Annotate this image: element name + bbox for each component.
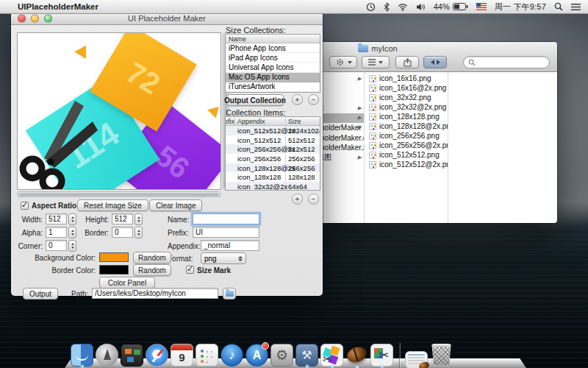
- dock-icon-bean-app[interactable]: [345, 344, 368, 367]
- minimize-button[interactable]: [31, 15, 39, 23]
- file-row[interactable]: icon_32x32.png: [365, 93, 448, 102]
- file-row[interactable]: icon_512x512.png: [365, 150, 448, 160]
- format-popup[interactable]: png: [201, 252, 246, 264]
- dock-icon-finder[interactable]: [71, 344, 93, 367]
- size-collection-row[interactable]: Universal App Icons: [226, 63, 320, 72]
- aspect-ratio-label: Aspect Ratio: [32, 202, 76, 210]
- alpha-stepper[interactable]: [68, 227, 76, 238]
- dock-icon-ui-placeholder-maker[interactable]: [320, 344, 343, 367]
- battery-menu-item[interactable]: 44%: [434, 2, 468, 11]
- arrange-button[interactable]: [362, 56, 390, 68]
- zoom-button[interactable]: [44, 15, 52, 23]
- corner-stepper[interactable]: [68, 240, 76, 252]
- prefix-field[interactable]: [193, 227, 259, 238]
- clear-image-button[interactable]: Clear Image: [149, 199, 202, 211]
- height-stepper[interactable]: [135, 213, 143, 225]
- table-row[interactable]: icon_128x128 128x128: [226, 172, 320, 182]
- notification-center-icon[interactable]: [571, 3, 581, 11]
- spotlight-icon[interactable]: [554, 2, 563, 11]
- add-collection-button[interactable]: +: [292, 94, 303, 105]
- dock-icon-reminders[interactable]: [196, 344, 218, 367]
- size-column-header[interactable]: Size: [286, 118, 320, 125]
- border-color-label: Border Color:: [18, 266, 96, 275]
- table-header[interactable]: Prefix Appendix Size: [226, 117, 320, 126]
- dock-icon-glyph: [395, 342, 403, 367]
- dock-icon-minimized-window[interactable]: [405, 351, 428, 368]
- app-titlebar[interactable]: UI Placeholder Maker: [11, 13, 323, 25]
- border-random-button[interactable]: Random: [133, 264, 171, 276]
- file-row[interactable]: icon_256x256.png: [365, 131, 448, 141]
- active-app-menu[interactable]: UIPlaceholderMaker: [18, 2, 98, 11]
- dock-icon-image-app[interactable]: [370, 344, 393, 367]
- wifi-icon[interactable]: [398, 3, 408, 11]
- width-field[interactable]: [46, 213, 67, 224]
- file-row[interactable]: icon_16x16@2x.png: [365, 83, 448, 93]
- size-collection-row[interactable]: Mac OS App Icons: [226, 73, 320, 82]
- size-collection-row[interactable]: iPhone App Icons: [226, 43, 320, 53]
- dock-divider[interactable]: [395, 342, 403, 367]
- file-row[interactable]: icon_32x32@2x.png: [365, 102, 448, 112]
- table-row[interactable]: icon_256x256@2x 512x512: [226, 144, 320, 154]
- size-collection-row[interactable]: iTunesArtwork: [226, 82, 320, 92]
- file-row[interactable]: icon_128x128.png: [365, 112, 448, 121]
- output-button[interactable]: Output: [23, 288, 58, 300]
- dock-icon-app-store[interactable]: [245, 344, 268, 367]
- name-field[interactable]: [193, 213, 259, 224]
- border-stepper[interactable]: [135, 227, 143, 238]
- alpha-field[interactable]: [46, 227, 67, 238]
- background-random-button[interactable]: Random: [133, 252, 171, 263]
- file-row[interactable]: icon_512x512@2x.png: [365, 160, 448, 169]
- height-field[interactable]: [112, 213, 133, 224]
- collapse-arrows-button[interactable]: [423, 56, 447, 68]
- search-input[interactable]: [478, 58, 542, 66]
- dock-icon-trash[interactable]: [430, 344, 453, 367]
- appendix-field[interactable]: [201, 240, 259, 251]
- output-collection-button[interactable]: Output Collection: [226, 94, 284, 106]
- file-row[interactable]: icon_128x128@2x.png: [365, 121, 448, 131]
- name-column-header[interactable]: Name: [226, 35, 320, 43]
- corner-field[interactable]: [46, 240, 67, 251]
- border-color-swatch[interactable]: [99, 265, 129, 275]
- border-field[interactable]: [112, 227, 133, 238]
- dock-icon-launchpad[interactable]: [96, 344, 118, 367]
- menu-clock[interactable]: 周一 下午9:57: [495, 1, 546, 13]
- dock-icon-safari[interactable]: [146, 344, 168, 367]
- input-language-flag-icon[interactable]: [476, 3, 487, 10]
- choose-folder-button[interactable]: [223, 288, 236, 300]
- file-row[interactable]: icon_16x16.png: [365, 74, 448, 83]
- table-row[interactable]: icon_512x512 512x512: [226, 135, 320, 145]
- table-row[interactable]: icon_32x32@2x 64x64: [226, 182, 320, 191]
- share-button[interactable]: [395, 56, 419, 68]
- reset-image-size-button[interactable]: Reset Image Size: [77, 199, 148, 211]
- table-row[interactable]: icon_256x256 256x256: [226, 154, 320, 163]
- size-mark-checkbox[interactable]: [186, 266, 194, 274]
- size-collection-row[interactable]: iPad App Icons: [226, 53, 320, 63]
- image-preview-canvas[interactable]: 56 114 72: [17, 32, 221, 190]
- finder-search-field[interactable]: [463, 56, 550, 68]
- dock-icon-itunes[interactable]: [220, 344, 243, 367]
- table-row[interactable]: icon_512x512@2x 1024x1024: [226, 126, 320, 135]
- file-row[interactable]: icon_256x256@2x.png: [365, 141, 448, 150]
- table-row[interactable]: icon_128x128@2x 256x256: [226, 163, 320, 173]
- color-panel-button[interactable]: Color Panel: [99, 277, 155, 289]
- volume-icon[interactable]: [416, 3, 426, 11]
- action-gear-button[interactable]: [329, 56, 357, 68]
- close-button[interactable]: [18, 15, 26, 23]
- remove-item-button[interactable]: −: [308, 194, 319, 205]
- width-stepper[interactable]: [68, 213, 76, 225]
- time-machine-icon[interactable]: [366, 2, 376, 12]
- background-color-swatch[interactable]: [99, 252, 129, 262]
- bluetooth-icon[interactable]: [384, 2, 390, 12]
- dock-icon-xcode[interactable]: [295, 344, 318, 367]
- add-item-button[interactable]: +: [292, 194, 303, 205]
- dock-icon-calendar[interactable]: 9: [171, 344, 193, 367]
- remove-collection-button[interactable]: −: [308, 94, 319, 105]
- dock-icon-mission-control[interactable]: [121, 344, 143, 367]
- path-field[interactable]: [92, 288, 218, 299]
- appendix-column-header[interactable]: Appendix: [235, 118, 286, 125]
- dock-icon-system-preferences[interactable]: [270, 344, 293, 367]
- preview-horizontal-scrollbar[interactable]: [17, 191, 221, 197]
- aspect-ratio-checkbox[interactable]: [21, 202, 29, 210]
- prefix-column-header[interactable]: Prefix: [226, 118, 235, 125]
- png-file-icon: [369, 142, 376, 149]
